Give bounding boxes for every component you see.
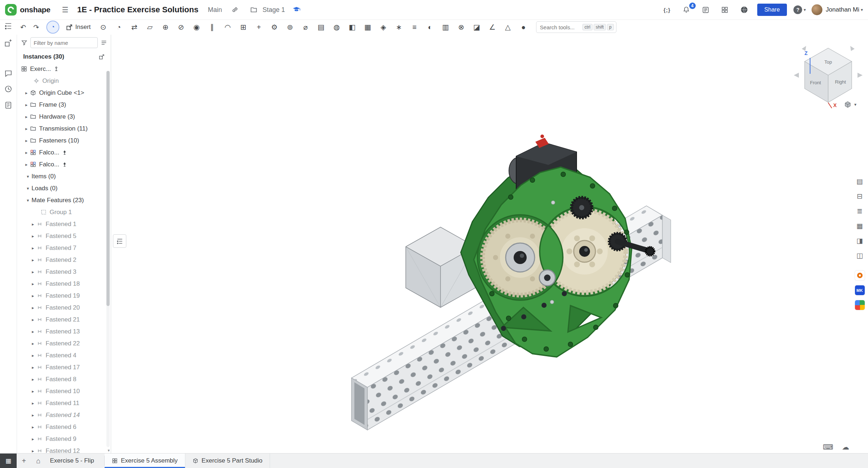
chevron-down-icon[interactable]: ▾ xyxy=(24,198,31,203)
link-icon[interactable] xyxy=(229,6,241,14)
chevron-right-icon[interactable]: ▸ xyxy=(29,353,37,358)
mate-feature-fastened-3[interactable]: ▸Fastened 3 xyxy=(17,266,111,278)
workspace-label[interactable]: Main xyxy=(208,6,222,14)
revolute-mate-button[interactable]: ◔ xyxy=(111,21,126,34)
chevron-right-icon[interactable]: ▸ xyxy=(29,222,37,227)
structure-flyout-button[interactable] xyxy=(113,234,126,248)
notifications-bell-icon[interactable]: 4 xyxy=(680,5,692,14)
document-title[interactable]: 1E - Practice Exercise Solutions xyxy=(77,5,198,14)
home-icon[interactable]: ⌂ xyxy=(31,454,46,468)
chevron-right-icon[interactable]: ▸ xyxy=(29,317,37,322)
3d-viewport[interactable]: Top Front Right Z X ▾ ▤⊟≣▦◨◫ MK ⌨ xyxy=(111,35,868,454)
chevron-right-icon[interactable]: ▸ xyxy=(29,329,37,334)
tree-item-origin-cube-1[interactable]: ▸Origin Cube <1> xyxy=(17,87,111,99)
fasten-mate-button[interactable]: ⊙ xyxy=(96,21,111,34)
redo-icon[interactable]: ↷ xyxy=(30,21,43,33)
tree-item-root-assembly[interactable]: Exerc... xyxy=(17,63,111,75)
main-menu-icon[interactable]: ☰ xyxy=(60,5,71,14)
chevron-right-icon[interactable]: ▸ xyxy=(23,138,30,143)
measure-button[interactable]: ∠ xyxy=(485,21,500,34)
appearance-button[interactable]: ● xyxy=(516,21,531,34)
chevron-right-icon[interactable]: ▸ xyxy=(29,448,37,454)
mate-feature-fastened-1[interactable]: ▸Fastened 1 xyxy=(17,218,111,230)
chevron-right-icon[interactable]: ▸ xyxy=(29,269,37,275)
section-view-button[interactable]: ◪ xyxy=(469,21,484,34)
user-menu-caret-icon[interactable]: ▾ xyxy=(861,7,863,12)
tree-item-falco[interactable]: ▸Falco... xyxy=(17,158,111,170)
mate-feature-fastened-19[interactable]: ▸Fastened 19 xyxy=(17,290,111,302)
chevron-right-icon[interactable]: ▸ xyxy=(23,126,30,131)
mirror-button[interactable]: ◧ xyxy=(345,21,360,34)
mass-properties-button[interactable]: △ xyxy=(501,21,515,34)
chevron-right-icon[interactable]: ▸ xyxy=(29,425,37,430)
mate-feature-fastened-6[interactable]: ▸Fastened 6 xyxy=(17,421,111,433)
chevron-right-icon[interactable]: ▸ xyxy=(29,341,37,346)
history-icon[interactable] xyxy=(4,85,13,93)
mate-feature-fastened-21[interactable]: ▸Fastened 21 xyxy=(17,314,111,326)
integrated-app-icon[interactable] xyxy=(855,271,865,280)
featurescript-icon[interactable]: {;} xyxy=(661,7,673,13)
chevron-right-icon[interactable]: ▸ xyxy=(23,102,30,107)
tree-section-items-0[interactable]: ▾Items (0) xyxy=(17,170,111,182)
slider-mate-button[interactable]: ⇄ xyxy=(127,21,142,34)
chevron-down-icon[interactable]: ▾ xyxy=(24,174,31,179)
chevron-right-icon[interactable]: ▸ xyxy=(29,234,37,239)
chevron-down-icon[interactable]: ▾ xyxy=(24,186,31,191)
search-tools-input[interactable] xyxy=(536,24,581,31)
gear-relation-button[interactable]: ⚙ xyxy=(267,21,282,34)
chevron-right-icon[interactable]: ▸ xyxy=(29,293,37,298)
slider-icon[interactable] xyxy=(62,150,68,155)
mate-feature-fastened-7[interactable]: ▸Fastened 7 xyxy=(17,242,111,254)
news-feed-icon[interactable] xyxy=(700,6,712,14)
mate-feature-fastened-11[interactable]: ▸Fastened 11 xyxy=(17,397,111,409)
instances-header[interactable]: Instances (30) xyxy=(17,51,111,63)
bom-button[interactable]: ▥ xyxy=(438,21,453,34)
filter-input[interactable] xyxy=(30,37,98,48)
mate-feature-fastened-4[interactable]: ▸Fastened 4 xyxy=(17,349,111,361)
app-store-grid-icon[interactable] xyxy=(719,6,730,14)
user-avatar[interactable] xyxy=(812,4,822,15)
appearance-panel-icon[interactable]: ◫ xyxy=(854,250,865,261)
chevron-right-icon[interactable]: ▸ xyxy=(29,305,37,310)
comments-icon[interactable] xyxy=(4,69,13,78)
configuration-panel-icon[interactable]: ⊟ xyxy=(854,191,865,201)
chevron-right-icon[interactable]: ▸ xyxy=(29,437,37,442)
user-name[interactable]: Jonathan Mi xyxy=(826,6,859,13)
properties-panel-icon[interactable]: ▤ xyxy=(854,176,865,187)
cloud-status-icon[interactable]: ☁ xyxy=(842,443,849,451)
mate-feature-fastened-10[interactable]: ▸Fastened 10 xyxy=(17,385,111,397)
tree-item-fasteners-10[interactable]: ▸Fasteners (10) xyxy=(17,135,111,146)
mate-feature-fastened-18[interactable]: ▸Fastened 18 xyxy=(17,278,111,290)
globe-language-icon[interactable] xyxy=(738,5,751,14)
chevron-right-icon[interactable]: ▸ xyxy=(29,377,37,382)
tree-item-falco[interactable]: ▸Falco... xyxy=(17,146,111,158)
view-cube[interactable]: Top Front Right Z X xyxy=(794,46,863,108)
chevron-right-icon[interactable]: ▸ xyxy=(29,413,37,418)
insert-instances-icon[interactable] xyxy=(98,54,105,60)
standard-content-button[interactable]: ◈ xyxy=(376,21,391,34)
exploded-view-button[interactable]: ∗ xyxy=(392,21,406,34)
version-folder-icon[interactable] xyxy=(248,6,260,14)
ball-mate-button[interactable]: ◉ xyxy=(189,21,204,34)
chevron-right-icon[interactable]: ▸ xyxy=(23,162,30,167)
tree-item-origin[interactable]: Origin xyxy=(17,75,111,87)
chevron-right-icon[interactable]: ▸ xyxy=(29,401,37,406)
tree-item-group-1[interactable]: Group 1 xyxy=(17,206,111,218)
slider-icon[interactable] xyxy=(62,162,68,167)
onshape-logo-icon[interactable] xyxy=(5,4,17,16)
mate-feature-fastened-13[interactable]: ▸Fastened 13 xyxy=(17,326,111,337)
mate-feature-fastened-9[interactable]: ▸Fastened 9 xyxy=(17,433,111,445)
color-app-icon[interactable] xyxy=(855,300,865,310)
mate-feature-fastened-8[interactable]: ▸Fastened 8 xyxy=(17,373,111,385)
interference-button[interactable]: ⊗ xyxy=(454,21,469,34)
filter-funnel-icon[interactable] xyxy=(21,39,28,46)
chevron-right-icon[interactable]: ▸ xyxy=(29,246,37,251)
mate-feature-fastened-17[interactable]: ▸Fastened 17 xyxy=(17,361,111,373)
list-options-icon[interactable] xyxy=(101,39,107,46)
rack-pinion-relation-button[interactable]: ⊚ xyxy=(283,21,298,34)
assembly-structure-icon[interactable] xyxy=(4,22,13,30)
chevron-right-icon[interactable]: ▸ xyxy=(29,389,37,394)
circular-pattern-button[interactable]: ◍ xyxy=(329,21,344,34)
replicate-button[interactable]: ▦ xyxy=(361,21,375,34)
mate-feature-fastened-5[interactable]: ▸Fastened 5 xyxy=(17,230,111,242)
